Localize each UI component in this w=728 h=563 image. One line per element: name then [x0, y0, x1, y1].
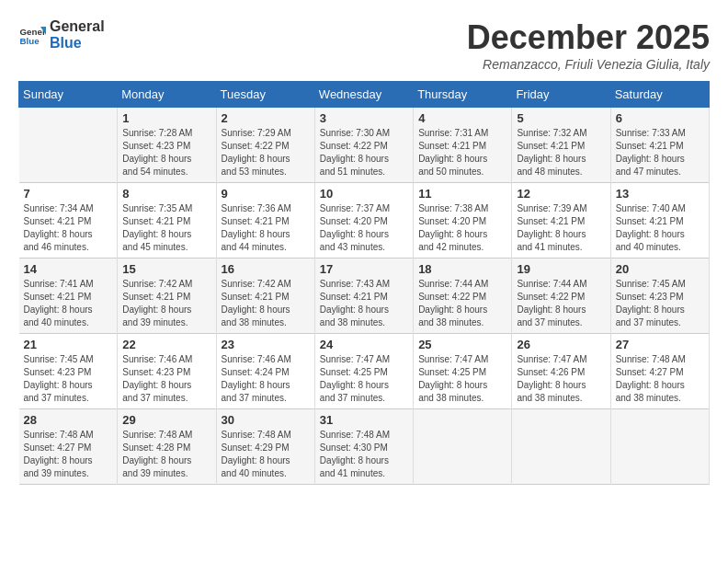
- calendar-cell: 24 Sunrise: 7:47 AM Sunset: 4:25 PM Dayl…: [314, 334, 413, 409]
- day-number: 12: [517, 187, 605, 201]
- day-number: 16: [222, 262, 310, 276]
- day-number: 24: [320, 338, 408, 351]
- weekday-header: Thursday: [414, 82, 512, 108]
- day-number: 3: [320, 111, 408, 125]
- calendar-cell: 4 Sunrise: 7:31 AM Sunset: 4:21 PM Dayli…: [414, 108, 512, 183]
- calendar-cell: 30 Sunrise: 7:48 AM Sunset: 4:29 PM Dayl…: [216, 409, 314, 485]
- day-number: 30: [222, 413, 310, 427]
- calendar-cell: 7 Sunrise: 7:34 AM Sunset: 4:21 PM Dayli…: [19, 183, 118, 259]
- day-info: Sunrise: 7:42 AM Sunset: 4:21 PM Dayligh…: [222, 278, 310, 329]
- calendar-cell: 25 Sunrise: 7:47 AM Sunset: 4:25 PM Dayl…: [414, 334, 512, 409]
- calendar-cell: 23 Sunrise: 7:46 AM Sunset: 4:24 PM Dayl…: [216, 334, 314, 409]
- calendar-cell: 2 Sunrise: 7:29 AM Sunset: 4:22 PM Dayli…: [216, 108, 314, 183]
- calendar-cell: 5 Sunrise: 7:32 AM Sunset: 4:21 PM Dayli…: [512, 108, 610, 183]
- day-info: Sunrise: 7:48 AM Sunset: 4:27 PM Dayligh…: [616, 353, 704, 405]
- calendar-cell: 16 Sunrise: 7:42 AM Sunset: 4:21 PM Dayl…: [216, 259, 314, 334]
- calendar-cell: 6 Sunrise: 7:33 AM Sunset: 4:21 PM Dayli…: [610, 108, 709, 183]
- day-info: Sunrise: 7:48 AM Sunset: 4:27 PM Dayligh…: [24, 429, 113, 480]
- day-info: Sunrise: 7:44 AM Sunset: 4:22 PM Dayligh…: [517, 278, 605, 329]
- day-info: Sunrise: 7:41 AM Sunset: 4:21 PM Dayligh…: [24, 278, 113, 329]
- day-info: Sunrise: 7:28 AM Sunset: 4:23 PM Dayligh…: [122, 127, 210, 178]
- day-number: 18: [418, 262, 506, 276]
- logo: General Blue General Blue: [18, 18, 105, 51]
- day-info: Sunrise: 7:42 AM Sunset: 4:21 PM Dayligh…: [122, 278, 210, 329]
- calendar-table: SundayMondayTuesdayWednesdayThursdayFrid…: [18, 81, 710, 485]
- day-info: Sunrise: 7:45 AM Sunset: 4:23 PM Dayligh…: [24, 353, 113, 405]
- day-number: 6: [616, 111, 704, 125]
- calendar-cell: 21 Sunrise: 7:45 AM Sunset: 4:23 PM Dayl…: [19, 334, 118, 409]
- calendar-week-row: 21 Sunrise: 7:45 AM Sunset: 4:23 PM Dayl…: [19, 334, 710, 409]
- day-info: Sunrise: 7:46 AM Sunset: 4:23 PM Dayligh…: [122, 353, 210, 405]
- calendar-week-row: 14 Sunrise: 7:41 AM Sunset: 4:21 PM Dayl…: [19, 259, 710, 334]
- svg-text:Blue: Blue: [20, 35, 40, 45]
- calendar-cell: [19, 108, 118, 183]
- day-number: 26: [517, 338, 605, 351]
- day-number: 25: [418, 338, 506, 351]
- weekday-header: Tuesday: [216, 82, 314, 108]
- day-info: Sunrise: 7:36 AM Sunset: 4:21 PM Dayligh…: [222, 202, 310, 254]
- logo-text-blue: Blue: [50, 35, 105, 52]
- day-number: 8: [122, 187, 210, 201]
- day-info: Sunrise: 7:37 AM Sunset: 4:20 PM Dayligh…: [320, 202, 408, 254]
- day-number: 7: [24, 187, 113, 201]
- day-info: Sunrise: 7:32 AM Sunset: 4:21 PM Dayligh…: [517, 127, 605, 178]
- logo-icon: General Blue: [18, 21, 46, 49]
- day-info: Sunrise: 7:48 AM Sunset: 4:28 PM Dayligh…: [122, 429, 210, 480]
- day-info: Sunrise: 7:48 AM Sunset: 4:29 PM Dayligh…: [222, 429, 310, 480]
- title-area: December 2025 Remanzacco, Friuli Venezia…: [467, 18, 710, 72]
- day-info: Sunrise: 7:47 AM Sunset: 4:26 PM Dayligh…: [517, 353, 605, 405]
- calendar-cell: 3 Sunrise: 7:30 AM Sunset: 4:22 PM Dayli…: [314, 108, 413, 183]
- day-number: 31: [320, 413, 408, 427]
- calendar-cell: 12 Sunrise: 7:39 AM Sunset: 4:21 PM Dayl…: [512, 183, 610, 259]
- day-info: Sunrise: 7:40 AM Sunset: 4:21 PM Dayligh…: [616, 202, 704, 254]
- calendar-cell: [414, 409, 512, 485]
- weekday-header-row: SundayMondayTuesdayWednesdayThursdayFrid…: [19, 82, 710, 108]
- day-number: 23: [222, 338, 310, 351]
- calendar-cell: 17 Sunrise: 7:43 AM Sunset: 4:21 PM Dayl…: [314, 259, 413, 334]
- calendar-cell: 22 Sunrise: 7:46 AM Sunset: 4:23 PM Dayl…: [118, 334, 216, 409]
- day-info: Sunrise: 7:47 AM Sunset: 4:25 PM Dayligh…: [320, 353, 408, 405]
- calendar-cell: 20 Sunrise: 7:45 AM Sunset: 4:23 PM Dayl…: [610, 259, 709, 334]
- day-info: Sunrise: 7:31 AM Sunset: 4:21 PM Dayligh…: [418, 127, 506, 178]
- calendar-week-row: 7 Sunrise: 7:34 AM Sunset: 4:21 PM Dayli…: [19, 183, 710, 259]
- day-info: Sunrise: 7:48 AM Sunset: 4:30 PM Dayligh…: [320, 429, 408, 480]
- day-number: 9: [222, 187, 310, 201]
- weekday-header: Monday: [118, 82, 216, 108]
- day-info: Sunrise: 7:30 AM Sunset: 4:22 PM Dayligh…: [320, 127, 408, 178]
- weekday-header: Sunday: [19, 82, 118, 108]
- day-info: Sunrise: 7:46 AM Sunset: 4:24 PM Dayligh…: [222, 353, 310, 405]
- calendar-cell: 29 Sunrise: 7:48 AM Sunset: 4:28 PM Dayl…: [118, 409, 216, 485]
- calendar-cell: 10 Sunrise: 7:37 AM Sunset: 4:20 PM Dayl…: [314, 183, 413, 259]
- weekday-header: Saturday: [610, 82, 709, 108]
- day-info: Sunrise: 7:44 AM Sunset: 4:22 PM Dayligh…: [418, 278, 506, 329]
- calendar-cell: 27 Sunrise: 7:48 AM Sunset: 4:27 PM Dayl…: [610, 334, 709, 409]
- location: Remanzacco, Friuli Venezia Giulia, Italy: [467, 57, 710, 72]
- day-info: Sunrise: 7:45 AM Sunset: 4:23 PM Dayligh…: [616, 278, 704, 329]
- day-info: Sunrise: 7:33 AM Sunset: 4:21 PM Dayligh…: [616, 127, 704, 178]
- calendar-cell: 18 Sunrise: 7:44 AM Sunset: 4:22 PM Dayl…: [414, 259, 512, 334]
- day-info: Sunrise: 7:43 AM Sunset: 4:21 PM Dayligh…: [320, 278, 408, 329]
- day-number: 27: [616, 338, 704, 351]
- calendar-cell: 26 Sunrise: 7:47 AM Sunset: 4:26 PM Dayl…: [512, 334, 610, 409]
- calendar-cell: 28 Sunrise: 7:48 AM Sunset: 4:27 PM Dayl…: [19, 409, 118, 485]
- day-number: 28: [24, 413, 113, 427]
- day-number: 14: [24, 262, 113, 276]
- day-info: Sunrise: 7:35 AM Sunset: 4:21 PM Dayligh…: [122, 202, 210, 254]
- calendar-cell: [512, 409, 610, 485]
- calendar-cell: 19 Sunrise: 7:44 AM Sunset: 4:22 PM Dayl…: [512, 259, 610, 334]
- calendar-cell: 31 Sunrise: 7:48 AM Sunset: 4:30 PM Dayl…: [314, 409, 413, 485]
- day-number: 22: [122, 338, 210, 351]
- day-info: Sunrise: 7:34 AM Sunset: 4:21 PM Dayligh…: [24, 202, 113, 254]
- day-number: 19: [517, 262, 605, 276]
- day-number: 4: [418, 111, 506, 125]
- calendar-cell: 1 Sunrise: 7:28 AM Sunset: 4:23 PM Dayli…: [118, 108, 216, 183]
- day-number: 20: [616, 262, 704, 276]
- calendar-cell: 9 Sunrise: 7:36 AM Sunset: 4:21 PM Dayli…: [216, 183, 314, 259]
- day-number: 15: [122, 262, 210, 276]
- day-number: 29: [122, 413, 210, 427]
- day-info: Sunrise: 7:29 AM Sunset: 4:22 PM Dayligh…: [222, 127, 310, 178]
- day-info: Sunrise: 7:39 AM Sunset: 4:21 PM Dayligh…: [517, 202, 605, 254]
- day-info: Sunrise: 7:38 AM Sunset: 4:20 PM Dayligh…: [418, 202, 506, 254]
- calendar-cell: 13 Sunrise: 7:40 AM Sunset: 4:21 PM Dayl…: [610, 183, 709, 259]
- calendar-week-row: 1 Sunrise: 7:28 AM Sunset: 4:23 PM Dayli…: [19, 108, 710, 183]
